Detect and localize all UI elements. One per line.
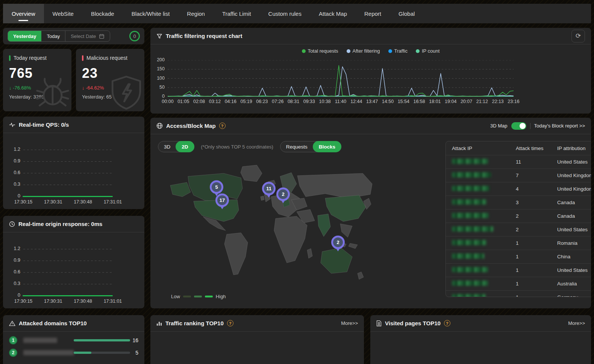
x-tick-label: 17:30:31 (44, 299, 62, 304)
attack-table-row[interactable]: 3Canada (446, 196, 591, 209)
gridline (23, 161, 113, 162)
high-label: High (216, 294, 226, 299)
y-tick-label: 0.9 (6, 258, 20, 263)
attack-table-row[interactable]: 2Canada (446, 209, 591, 223)
nav-item-black-white-list[interactable]: Black/White list (123, 4, 179, 23)
nav-item-global[interactable]: Global (390, 4, 423, 23)
requests-blocks-toggle-group: Requests Blocks (280, 141, 341, 152)
nav-item-custom-rules[interactable]: Custom rules (260, 4, 310, 23)
blurred-ip (452, 199, 486, 205)
ip-attribution-cell: Australia (557, 281, 591, 287)
card-title-row: Today request (9, 55, 65, 61)
legend-item-total-requests[interactable]: Total requests (302, 48, 338, 54)
nav-item-region[interactable]: Region (178, 4, 214, 23)
ip-attribution-cell: Canada (557, 200, 591, 205)
blurred-domain-name (23, 338, 57, 343)
x-tick-label: 00:00 (162, 99, 173, 104)
origin-response-panel: Real-time origin response: 0ms 1.20.90.6… (3, 216, 144, 308)
select-date-label: Select Date (71, 33, 96, 39)
attack-table-row[interactable]: 1Romania (446, 236, 591, 250)
attack-times-cell: 1 (516, 267, 557, 273)
gridline (23, 185, 113, 185)
x-tick-label: 03:12 (209, 99, 221, 104)
x-tick-label: 08:31 (288, 99, 299, 104)
nav-item-label: Report (364, 11, 381, 17)
x-tick-label: 17:30:15 (14, 199, 33, 205)
chart-legend: Total requestsAfter filteringTrafficIP c… (150, 48, 591, 54)
today-button[interactable]: Today (41, 31, 65, 41)
legend-dot (302, 49, 306, 53)
3d-button[interactable]: 3D (158, 141, 176, 152)
ip-attribution-cell: United Kingdom (557, 173, 591, 178)
y-tick-label: 0.3 (6, 281, 20, 286)
nav-item-label: Overview (12, 11, 35, 17)
yesterday-button[interactable]: Yesterday (8, 31, 41, 41)
ip-attribution-cell: Romania (557, 240, 591, 246)
traffic-chart-panel: Traffic filtering request chart ⟳ Total … (150, 28, 591, 114)
legend-dot (388, 49, 392, 53)
panel-title: Real-time origin response: 0ms (18, 221, 102, 227)
2d-button[interactable]: 2D (176, 141, 194, 152)
more-link[interactable]: More>> (568, 320, 585, 326)
gridline (23, 173, 113, 173)
help-icon[interactable]: ? (219, 123, 226, 129)
attacked-domain-row[interactable]: 25 (3, 346, 144, 359)
attack-times-cell: 1 (516, 294, 557, 297)
y-tick-label: 200 (150, 57, 165, 62)
nav-item-label: Blockade (91, 11, 114, 17)
attack-table-row[interactable]: 7United Kingdom (446, 168, 591, 182)
attack-table-row[interactable]: 4United Kingdom (446, 182, 591, 196)
legend-dot (347, 49, 350, 53)
visited-pages-panel: Visited pages TOP10 ? More>> (370, 315, 591, 364)
nav-item-report[interactable]: Report (356, 4, 390, 23)
gridline (23, 150, 113, 150)
gridline (23, 272, 113, 273)
attack-table-row[interactable]: 2United States (446, 223, 591, 236)
blurred-ip (452, 159, 488, 164)
more-link[interactable]: More>> (341, 320, 358, 326)
low-label: Low (171, 294, 180, 299)
legend-item-traffic[interactable]: Traffic (388, 48, 408, 54)
nav-item-website[interactable]: WebSite (44, 4, 82, 23)
legend-item-after-filtering[interactable]: After filtering (347, 48, 380, 54)
requests-button[interactable]: Requests (280, 141, 314, 152)
filter-funnel-icon (156, 33, 162, 39)
x-tick-label: 17:30:15 (14, 299, 33, 304)
zero-value-line (23, 295, 113, 296)
rank-badge: 2 (9, 349, 17, 357)
panel-title: Real-time QPS: 0/s (19, 121, 69, 128)
y-tick-label: 0 (6, 293, 20, 298)
attack-table-row[interactable]: 1United States (446, 263, 591, 277)
warning-icon (9, 320, 15, 326)
attack-table-row[interactable]: 11United States (446, 155, 591, 168)
ip-attribution-cell: Germany (557, 294, 591, 297)
notification-badge[interactable]: 0 (129, 31, 140, 41)
attack-table-row[interactable]: 1Germany (446, 290, 591, 297)
nav-item-traffic-limit[interactable]: Traffic Limit (214, 4, 260, 23)
attack-table-row[interactable]: 1China (446, 250, 591, 263)
help-icon[interactable]: ? (227, 320, 233, 326)
panel-title: Traffic ranking TOP10 (165, 320, 224, 326)
select-date-button[interactable]: Select Date (65, 31, 110, 41)
date-range-group: Yesterday Today Select Date (8, 30, 110, 42)
column-header-2: IP attribution (557, 146, 591, 151)
x-tick-label: 22:13 (492, 99, 504, 104)
3d-map-toggle[interactable] (511, 122, 526, 130)
gridline (23, 261, 113, 261)
document-icon (376, 320, 382, 326)
globe-icon (156, 123, 163, 129)
blocks-button[interactable]: Blocks (313, 141, 341, 152)
nav-item-attack-map[interactable]: Attack Map (310, 4, 356, 23)
nav-item-blockade[interactable]: Blockade (82, 4, 123, 23)
attack-table-row[interactable]: 1Australia (446, 277, 591, 290)
legend-item-ip-count[interactable]: IP count (416, 48, 439, 54)
y-tick-label: 1.2 (6, 246, 20, 251)
refresh-button[interactable]: ⟳ (571, 30, 585, 42)
block-report-link[interactable]: Today's Block report >> (534, 123, 585, 129)
nav-item-overview[interactable]: Overview (3, 4, 44, 23)
attacked-domain-row[interactable]: 116 (3, 334, 144, 346)
help-icon[interactable]: ? (444, 320, 450, 326)
gridline (23, 249, 113, 249)
nav-item-label: Attack Map (319, 11, 347, 17)
x-tick-label: 12:44 (350, 99, 362, 104)
